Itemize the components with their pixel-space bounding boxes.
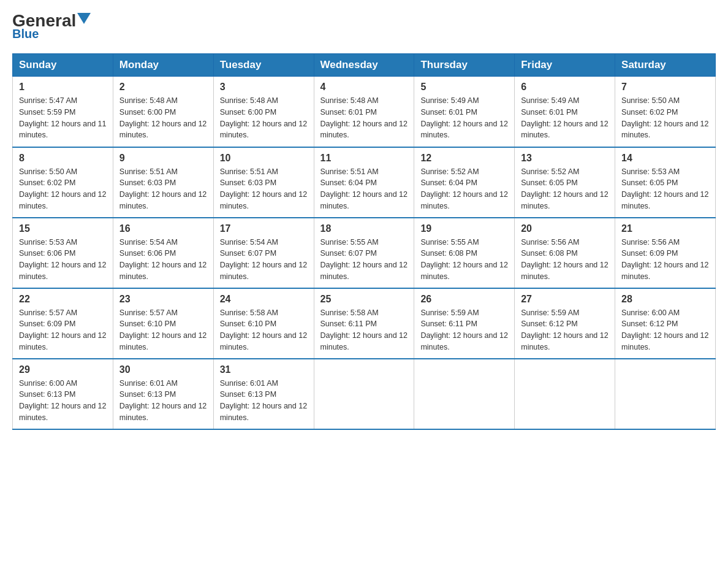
day-info: Sunrise: 5:53 AM Sunset: 6:05 PM Dayligh… (621, 166, 709, 212)
day-number: 27 (521, 294, 609, 305)
calendar-header-sunday: Sunday (13, 54, 113, 77)
day-number: 2 (119, 82, 207, 93)
day-info: Sunrise: 5:54 AM Sunset: 6:07 PM Dayligh… (220, 237, 308, 283)
calendar-week-row-4: 22 Sunrise: 5:57 AM Sunset: 6:09 PM Dayl… (13, 288, 716, 359)
day-info: Sunrise: 5:49 AM Sunset: 6:01 PM Dayligh… (420, 95, 508, 141)
calendar-cell: 1 Sunrise: 5:47 AM Sunset: 5:59 PM Dayli… (13, 77, 113, 147)
calendar-cell: 13 Sunrise: 5:52 AM Sunset: 6:05 PM Dayl… (515, 147, 615, 218)
calendar-cell: 9 Sunrise: 5:51 AM Sunset: 6:03 PM Dayli… (113, 147, 213, 218)
day-info: Sunrise: 5:56 AM Sunset: 6:09 PM Dayligh… (621, 237, 709, 283)
day-info: Sunrise: 5:51 AM Sunset: 6:03 PM Dayligh… (220, 166, 308, 212)
day-info: Sunrise: 5:51 AM Sunset: 6:03 PM Dayligh… (119, 166, 207, 212)
day-number: 15 (19, 223, 107, 234)
day-number: 23 (119, 294, 207, 305)
day-info: Sunrise: 5:47 AM Sunset: 5:59 PM Dayligh… (19, 95, 107, 141)
day-info: Sunrise: 5:59 AM Sunset: 6:12 PM Dayligh… (521, 307, 609, 353)
day-info: Sunrise: 6:00 AM Sunset: 6:13 PM Dayligh… (19, 378, 107, 424)
calendar-header-wednesday: Wednesday (314, 54, 414, 77)
page-header: General Blue (12, 12, 716, 41)
day-number: 10 (220, 153, 308, 164)
day-number: 18 (320, 223, 408, 234)
calendar-header-monday: Monday (113, 54, 213, 77)
day-info: Sunrise: 5:56 AM Sunset: 6:08 PM Dayligh… (521, 237, 609, 283)
day-number: 30 (119, 364, 207, 375)
calendar-cell: 6 Sunrise: 5:49 AM Sunset: 6:01 PM Dayli… (515, 77, 615, 147)
day-number: 7 (621, 82, 709, 93)
day-number: 22 (19, 294, 107, 305)
day-info: Sunrise: 5:53 AM Sunset: 6:06 PM Dayligh… (19, 237, 107, 283)
calendar-week-row-1: 1 Sunrise: 5:47 AM Sunset: 5:59 PM Dayli… (13, 77, 716, 147)
day-info: Sunrise: 6:01 AM Sunset: 6:13 PM Dayligh… (119, 378, 207, 424)
day-info: Sunrise: 5:54 AM Sunset: 6:06 PM Dayligh… (119, 237, 207, 283)
day-number: 25 (320, 294, 408, 305)
calendar-header-friday: Friday (515, 54, 615, 77)
calendar-cell: 19 Sunrise: 5:55 AM Sunset: 6:08 PM Dayl… (414, 218, 515, 288)
calendar-cell (414, 359, 515, 429)
day-info: Sunrise: 6:01 AM Sunset: 6:13 PM Dayligh… (220, 378, 308, 424)
day-info: Sunrise: 5:48 AM Sunset: 6:00 PM Dayligh… (119, 95, 207, 141)
calendar-cell: 2 Sunrise: 5:48 AM Sunset: 6:00 PM Dayli… (113, 77, 213, 147)
calendar-week-row-3: 15 Sunrise: 5:53 AM Sunset: 6:06 PM Dayl… (13, 218, 716, 288)
calendar-cell (515, 359, 615, 429)
day-number: 17 (220, 223, 308, 234)
calendar-body: 1 Sunrise: 5:47 AM Sunset: 5:59 PM Dayli… (13, 77, 716, 429)
day-number: 4 (320, 82, 408, 93)
day-info: Sunrise: 5:49 AM Sunset: 6:01 PM Dayligh… (521, 95, 609, 141)
calendar-week-row-5: 29 Sunrise: 6:00 AM Sunset: 6:13 PM Dayl… (13, 359, 716, 429)
day-info: Sunrise: 5:52 AM Sunset: 6:04 PM Dayligh… (420, 166, 508, 212)
calendar-cell: 18 Sunrise: 5:55 AM Sunset: 6:07 PM Dayl… (314, 218, 414, 288)
day-number: 1 (19, 82, 107, 93)
day-info: Sunrise: 5:48 AM Sunset: 6:01 PM Dayligh… (320, 95, 408, 141)
calendar-cell: 26 Sunrise: 5:59 AM Sunset: 6:11 PM Dayl… (414, 288, 515, 359)
calendar-cell: 16 Sunrise: 5:54 AM Sunset: 6:06 PM Dayl… (113, 218, 213, 288)
calendar-cell: 21 Sunrise: 5:56 AM Sunset: 6:09 PM Dayl… (615, 218, 716, 288)
day-number: 11 (320, 153, 408, 164)
calendar-header-tuesday: Tuesday (213, 54, 314, 77)
calendar-cell: 7 Sunrise: 5:50 AM Sunset: 6:02 PM Dayli… (615, 77, 716, 147)
day-number: 12 (420, 153, 508, 164)
calendar-header-saturday: Saturday (615, 54, 716, 77)
day-number: 24 (220, 294, 308, 305)
calendar-cell (314, 359, 414, 429)
calendar-cell: 23 Sunrise: 5:57 AM Sunset: 6:10 PM Dayl… (113, 288, 213, 359)
day-number: 31 (220, 364, 308, 375)
day-info: Sunrise: 5:59 AM Sunset: 6:11 PM Dayligh… (420, 307, 508, 353)
calendar-header-thursday: Thursday (414, 54, 515, 77)
day-info: Sunrise: 5:48 AM Sunset: 6:00 PM Dayligh… (220, 95, 308, 141)
calendar-cell: 11 Sunrise: 5:51 AM Sunset: 6:04 PM Dayl… (314, 147, 414, 218)
calendar-header-row: SundayMondayTuesdayWednesdayThursdayFrid… (13, 54, 716, 77)
day-info: Sunrise: 6:00 AM Sunset: 6:12 PM Dayligh… (621, 307, 709, 353)
day-info: Sunrise: 5:52 AM Sunset: 6:05 PM Dayligh… (521, 166, 609, 212)
calendar-cell: 29 Sunrise: 6:00 AM Sunset: 6:13 PM Dayl… (13, 359, 113, 429)
calendar-table: SundayMondayTuesdayWednesdayThursdayFrid… (12, 53, 716, 430)
calendar-cell: 8 Sunrise: 5:50 AM Sunset: 6:02 PM Dayli… (13, 147, 113, 218)
day-info: Sunrise: 5:55 AM Sunset: 6:08 PM Dayligh… (420, 237, 508, 283)
calendar-cell: 15 Sunrise: 5:53 AM Sunset: 6:06 PM Dayl… (13, 218, 113, 288)
day-number: 28 (621, 294, 709, 305)
calendar-cell: 10 Sunrise: 5:51 AM Sunset: 6:03 PM Dayl… (213, 147, 314, 218)
day-number: 13 (521, 153, 609, 164)
calendar-cell: 3 Sunrise: 5:48 AM Sunset: 6:00 PM Dayli… (213, 77, 314, 147)
calendar-cell: 20 Sunrise: 5:56 AM Sunset: 6:08 PM Dayl… (515, 218, 615, 288)
day-info: Sunrise: 5:50 AM Sunset: 6:02 PM Dayligh… (621, 95, 709, 141)
calendar-cell: 27 Sunrise: 5:59 AM Sunset: 6:12 PM Dayl… (515, 288, 615, 359)
day-number: 9 (119, 153, 207, 164)
calendar-cell: 24 Sunrise: 5:58 AM Sunset: 6:10 PM Dayl… (213, 288, 314, 359)
calendar-cell: 12 Sunrise: 5:52 AM Sunset: 6:04 PM Dayl… (414, 147, 515, 218)
calendar-cell: 22 Sunrise: 5:57 AM Sunset: 6:09 PM Dayl… (13, 288, 113, 359)
day-number: 26 (420, 294, 508, 305)
day-number: 20 (521, 223, 609, 234)
calendar-cell: 14 Sunrise: 5:53 AM Sunset: 6:05 PM Dayl… (615, 147, 716, 218)
day-number: 5 (420, 82, 508, 93)
day-info: Sunrise: 5:58 AM Sunset: 6:11 PM Dayligh… (320, 307, 408, 353)
day-number: 19 (420, 223, 508, 234)
day-number: 14 (621, 153, 709, 164)
calendar-cell: 31 Sunrise: 6:01 AM Sunset: 6:13 PM Dayl… (213, 359, 314, 429)
calendar-cell: 28 Sunrise: 6:00 AM Sunset: 6:12 PM Dayl… (615, 288, 716, 359)
calendar-cell: 17 Sunrise: 5:54 AM Sunset: 6:07 PM Dayl… (213, 218, 314, 288)
day-number: 16 (119, 223, 207, 234)
day-number: 21 (621, 223, 709, 234)
calendar-cell: 5 Sunrise: 5:49 AM Sunset: 6:01 PM Dayli… (414, 77, 515, 147)
day-number: 29 (19, 364, 107, 375)
logo-triangle-icon (77, 13, 91, 24)
